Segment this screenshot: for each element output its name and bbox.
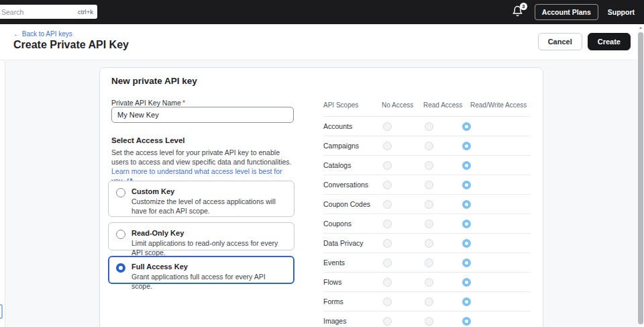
api-scopes-table: API Scopes No Access Read Access Read/Wr… [323, 101, 531, 327]
radio-read-access[interactable] [425, 122, 433, 131]
radio-read-write-access[interactable] [462, 200, 471, 209]
radio-read-write-access[interactable] [462, 122, 471, 131]
card-title: New private API key [111, 76, 197, 86]
radio-no-access[interactable] [383, 239, 392, 248]
notification-count-badge: 3 [520, 3, 527, 10]
radio-no-access[interactable] [383, 161, 392, 170]
radio-read-access[interactable] [425, 317, 433, 326]
header-actions: Cancel Create [538, 33, 631, 50]
search-placeholder: Search [1, 8, 78, 16]
radio-read-write-access[interactable] [462, 161, 471, 170]
radio-read-access[interactable] [425, 142, 433, 150]
scope-row: Catalogs [323, 155, 531, 175]
radio-no-access[interactable] [383, 181, 392, 189]
scope-row: Images [323, 311, 531, 327]
scope-label: Images [323, 317, 382, 325]
left-edge-strip [0, 61, 5, 327]
radio-read-access[interactable] [425, 181, 433, 189]
scope-row: Coupon Codes [323, 194, 531, 214]
scopes-table-header: API Scopes No Access Read Access Read/Wr… [323, 101, 531, 116]
radio-read-write-access[interactable] [462, 297, 471, 306]
radio-read-write-access[interactable] [462, 220, 471, 228]
col-header-api-scopes: API Scopes [323, 101, 382, 109]
radio-no-access[interactable] [383, 278, 392, 287]
option-description: Limit applications to read-only access f… [131, 238, 286, 257]
search-input[interactable]: Search ctrl+k [0, 5, 97, 19]
radio-no-access[interactable] [383, 220, 392, 228]
access-option-read-only-key[interactable]: Read-Only Key Limit applications to read… [108, 222, 294, 250]
option-description: Customize the level of access applicatio… [131, 197, 286, 216]
radio-read-access[interactable] [425, 200, 433, 209]
radio-read-access[interactable] [425, 239, 433, 248]
scope-label: Data Privacy [323, 239, 382, 247]
radio-read-write-access[interactable] [462, 239, 471, 248]
radio-read-access[interactable] [425, 259, 433, 267]
clipped-left-element [0, 304, 3, 319]
scope-row: Forms [323, 291, 531, 311]
scope-label: Catalogs [323, 161, 382, 169]
scope-label: Forms [323, 297, 382, 306]
access-option-full-access-key[interactable]: Full Access Key Grant applications full … [108, 256, 294, 284]
access-option-custom-key[interactable]: Custom Key Customize the level of access… [108, 181, 294, 217]
new-api-key-card: New private API key Private API Key Name… [99, 67, 543, 327]
back-link-label: Back to API keys [22, 30, 72, 38]
scope-label: Accounts [323, 122, 382, 130]
scrollbar-up-arrow-icon[interactable]: ▲ [637, 26, 644, 30]
required-asterisk: * [182, 99, 185, 107]
scope-row: Conversations [323, 175, 531, 194]
option-description: Grant applications full access for every… [131, 272, 286, 291]
radio-read-write-access[interactable] [462, 259, 471, 267]
radio-read-write-access[interactable] [462, 317, 471, 326]
radio-custom-key[interactable] [116, 188, 125, 197]
radio-read-access[interactable] [425, 220, 433, 228]
radio-no-access[interactable] [383, 200, 392, 209]
col-header-read-access: Read Access [423, 101, 461, 109]
radio-no-access[interactable] [383, 297, 392, 306]
scope-row: Events [323, 252, 531, 272]
cancel-button[interactable]: Cancel [538, 33, 582, 50]
scope-row: Coupons [323, 214, 531, 233]
radio-no-access[interactable] [383, 259, 392, 267]
scope-row: Accounts [323, 116, 531, 136]
col-header-no-access: No Access [382, 101, 423, 109]
option-title: Full Access Key [131, 262, 286, 271]
radio-no-access[interactable] [383, 122, 392, 131]
option-title: Custom Key [131, 187, 286, 196]
scope-row: Flows [323, 272, 531, 291]
radio-read-only-key[interactable] [116, 230, 125, 239]
scope-label: Coupon Codes [323, 200, 382, 208]
access-level-section-title: Select Access Level [111, 136, 185, 144]
radio-read-write-access[interactable] [462, 181, 471, 189]
topbar-actions: 3 Account Plans Support [512, 0, 635, 24]
radio-no-access[interactable] [383, 317, 392, 326]
api-key-name-label: Private API Key Name* [111, 99, 185, 107]
radio-read-access[interactable] [425, 161, 433, 170]
radio-no-access[interactable] [383, 142, 392, 150]
vertical-scrollbar[interactable]: ▲ [637, 24, 644, 327]
back-arrow-icon: ← [13, 30, 20, 38]
scope-row: Data Privacy [323, 233, 531, 252]
radio-read-write-access[interactable] [462, 142, 471, 150]
account-plans-button[interactable]: Account Plans [535, 4, 598, 20]
radio-full-access-key-selected[interactable] [116, 263, 125, 273]
scope-label: Conversations [323, 181, 382, 189]
scope-label: Coupons [323, 220, 382, 228]
page-title: Create Private API Key [13, 39, 129, 51]
scope-label: Events [323, 259, 382, 267]
create-private-api-key-page: Search ctrl+k 3 Account Plans Support ← … [0, 0, 644, 327]
radio-read-write-access[interactable] [462, 278, 471, 287]
page-header: ← Back to API keys Create Private API Ke… [0, 24, 644, 60]
create-button[interactable]: Create [588, 33, 631, 50]
notifications-button[interactable]: 3 [512, 5, 525, 19]
scope-label: Flows [323, 278, 382, 286]
top-navigation-bar: Search ctrl+k 3 Account Plans Support [0, 0, 644, 24]
api-key-name-input[interactable] [111, 107, 294, 123]
scrollbar-thumb[interactable] [638, 32, 643, 324]
back-to-api-keys-link[interactable]: ← Back to API keys [13, 30, 72, 38]
radio-read-access[interactable] [425, 278, 433, 287]
search-shortcut-hint: ctrl+k [78, 8, 93, 15]
col-header-read-write-access: Read/Write Access [461, 101, 531, 109]
support-button[interactable]: Support [608, 8, 635, 16]
scope-label: Campaigns [323, 142, 382, 150]
radio-read-access[interactable] [425, 297, 433, 306]
